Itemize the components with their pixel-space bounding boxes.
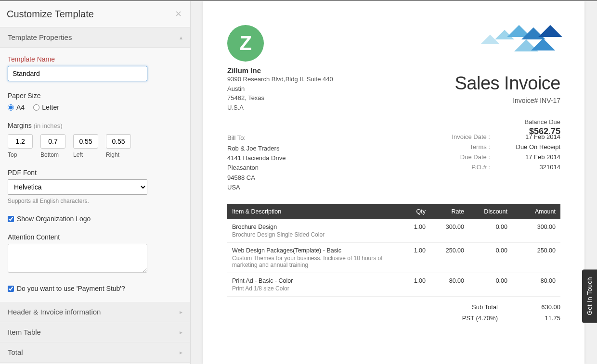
col-rate: Rate — [430, 204, 469, 219]
close-icon[interactable]: × — [175, 8, 182, 20]
items-table: Item & Description Qty Rate Discount Amo… — [227, 204, 560, 297]
chevron-right-icon: ▸ — [180, 309, 182, 315]
chevron-right-icon: ▸ — [180, 329, 182, 336]
payment-stub-input[interactable] — [8, 286, 14, 292]
margin-right-label: Right — [106, 151, 119, 158]
bill-to-city: Pleasanton — [227, 163, 286, 173]
paper-a4-radio[interactable]: A4 — [8, 103, 25, 111]
invoice-page: Z Zillum Inc 9390 Research Blvd,Bldg II,… — [203, 1, 584, 364]
terms-value: Due On Receipt — [512, 143, 560, 151]
item-amount: 80.00 — [512, 273, 560, 296]
svg-marker-4 — [538, 25, 562, 37]
paper-letter-radio[interactable]: Letter — [33, 103, 59, 111]
pdf-font-help: Supports all English characters. — [8, 198, 182, 204]
invoice-meta: Invoice Date :17 Feb 2014 Terms :Due On … — [437, 133, 560, 192]
item-desc: Brochure Design Single Sided Color — [232, 231, 396, 238]
item-desc: Print Ad 1/8 size Color — [232, 285, 396, 292]
sidebar-header: Customize Template × — [0, 1, 190, 27]
show-logo-checkbox[interactable]: Show Organization Logo — [8, 215, 182, 223]
item-discount: 0.00 — [469, 242, 512, 273]
payment-stub-checkbox[interactable]: Do you want to use 'Payment Stub'? — [8, 285, 182, 292]
item-discount: 0.00 — [469, 273, 512, 296]
template-name-label: Template Name — [8, 55, 182, 63]
invoice-number: Invoice# INV-17 — [454, 97, 560, 104]
section-label: Item Table — [8, 328, 41, 336]
sidebar-title: Customize Template — [7, 9, 94, 20]
margin-left-input[interactable] — [73, 134, 98, 149]
margins-hint: (in inches) — [34, 122, 63, 129]
item-discount: 0.00 — [469, 219, 512, 243]
col-amount: Amount — [512, 204, 560, 219]
item-amount: 300.00 — [512, 219, 560, 243]
invoice-preview: Z Zillum Inc 9390 Research Blvd,Bldg II,… — [191, 1, 597, 364]
balance-due-amount: $562.75 — [525, 126, 560, 137]
item-rate: 80.00 — [430, 273, 469, 296]
section-label: Total — [8, 348, 23, 356]
item-amount: 250.00 — [512, 242, 560, 273]
customize-sidebar: Customize Template × Template Properties… — [0, 1, 191, 364]
balance-due-label: Balance Due — [525, 118, 560, 126]
section-item-table[interactable]: Item Table ▸ — [0, 322, 190, 342]
section-label: Header & Invoice information — [8, 308, 101, 316]
item-qty: 1.00 — [402, 273, 430, 296]
invoice-date-label: Invoice Date : — [437, 133, 490, 140]
item-name: Print Ad - Basic - Color — [232, 277, 397, 284]
table-row: Web Design Packages(Template) - BasicCus… — [227, 242, 560, 273]
bill-to-zip: 94588 CA — [227, 173, 286, 183]
company-logo: Z — [227, 25, 264, 62]
template-properties-body: Template Name Paper Size A4 Letter — [0, 48, 190, 302]
margins-label-text: Margins — [8, 122, 32, 129]
tax-label: PST (4.70%) — [440, 314, 498, 322]
pdf-font-select[interactable]: Helvetica — [8, 179, 147, 195]
po-label: P.O.# : — [437, 163, 490, 171]
pdf-font-label: PDF Font — [8, 169, 182, 176]
svg-marker-6 — [531, 38, 555, 50]
item-qty: 1.00 — [402, 219, 430, 243]
chevron-up-icon: ▴ — [180, 34, 182, 41]
get-in-touch-tab[interactable]: Get In Touch — [582, 269, 597, 323]
due-date-label: Due Date : — [437, 153, 490, 161]
paper-size-label: Paper Size — [8, 92, 182, 100]
margin-bottom-input[interactable] — [40, 134, 65, 149]
bill-to-label: Bill To: — [227, 133, 286, 143]
totals-block: Sub Total630.00 PST (4.70%)11.75 — [227, 303, 560, 322]
bill-to-name: Rob & Joe Traders — [227, 144, 286, 153]
template-name-input[interactable] — [8, 66, 147, 81]
item-name: Brochure Design — [232, 224, 397, 230]
margins-label: Margins (in inches) — [8, 122, 182, 129]
item-desc: Custom Themes for your business. Inclusi… — [232, 255, 396, 268]
bill-to-country: USA — [227, 183, 286, 192]
show-logo-input[interactable] — [8, 216, 14, 222]
section-total[interactable]: Total ▸ — [0, 342, 190, 363]
margin-top-label: Top — [8, 151, 17, 158]
attention-label: Attention Content — [8, 233, 182, 241]
terms-label: Terms : — [437, 143, 490, 151]
item-rate: 300.00 — [430, 219, 469, 243]
subtotal-label: Sub Total — [440, 303, 498, 311]
section-header-invoice[interactable]: Header & Invoice information ▸ — [0, 302, 190, 322]
item-rate: 250.00 — [430, 242, 469, 273]
paper-a4-input[interactable] — [8, 104, 14, 111]
paper-letter-label: Letter — [42, 103, 59, 111]
subtotal-value: 630.00 — [527, 303, 560, 311]
show-logo-label: Show Organization Logo — [17, 215, 91, 223]
invoice-title: Sales Invoice — [454, 73, 560, 94]
item-name: Web Design Packages(Template) - Basic — [232, 247, 397, 254]
bill-to-addr1: 4141 Hacienda Drive — [227, 153, 286, 163]
col-qty: Qty — [402, 204, 430, 219]
paper-a4-label: A4 — [16, 103, 25, 111]
table-row: Brochure DesignBrochure Design Single Si… — [227, 219, 560, 243]
margin-left-label: Left — [73, 151, 83, 158]
attention-textarea[interactable] — [8, 244, 147, 273]
due-date-value: 17 Feb 2014 — [512, 153, 560, 161]
table-row: Print Ad - Basic - ColorPrint Ad 1/8 siz… — [227, 273, 560, 296]
payment-stub-label: Do you want to use 'Payment Stub'? — [17, 285, 125, 292]
margin-top-input[interactable] — [8, 134, 33, 149]
bill-to-block: Bill To: Rob & Joe Traders 4141 Hacienda… — [227, 133, 286, 192]
item-qty: 1.00 — [402, 242, 430, 273]
section-label: Template Properties — [8, 33, 72, 41]
col-discount: Discount — [469, 204, 512, 219]
section-template-properties[interactable]: Template Properties ▴ — [0, 27, 190, 48]
margin-right-input[interactable] — [106, 134, 131, 149]
paper-letter-input[interactable] — [33, 104, 39, 111]
